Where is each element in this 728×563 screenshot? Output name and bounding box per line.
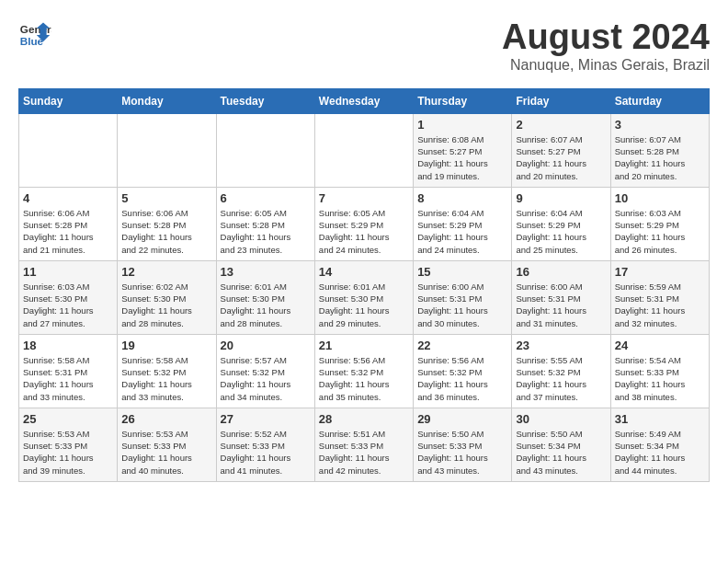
logo-icon: General Blue [18,18,51,52]
calendar-week-2: 4Sunrise: 6:06 AM Sunset: 5:28 PM Daylig… [19,187,710,260]
calendar-cell: 27Sunrise: 5:52 AM Sunset: 5:33 PM Dayli… [216,408,314,481]
day-number: 13 [221,265,311,279]
header-thursday: Thursday [414,88,512,113]
day-info: Sunrise: 5:50 AM Sunset: 5:34 PM Dayligh… [516,428,606,477]
day-number: 21 [319,339,409,352]
calendar-title: August 2024 [502,18,710,57]
page-header: General Blue August 2024 Nanuque, Minas … [18,18,710,74]
day-info: Sunrise: 6:06 AM Sunset: 5:28 PM Dayligh… [121,207,211,256]
day-info: Sunrise: 6:04 AM Sunset: 5:29 PM Dayligh… [417,207,507,256]
header-monday: Monday [118,88,216,113]
calendar-cell: 17Sunrise: 5:59 AM Sunset: 5:31 PM Dayli… [610,260,709,334]
calendar-cell [118,113,216,187]
calendar-cell [19,113,118,187]
day-number: 26 [121,412,211,426]
header-friday: Friday [512,88,610,113]
calendar-cell: 1Sunrise: 6:08 AM Sunset: 5:27 PM Daylig… [414,113,512,187]
day-info: Sunrise: 5:54 AM Sunset: 5:33 PM Dayligh… [615,354,705,403]
day-info: Sunrise: 6:02 AM Sunset: 5:30 PM Dayligh… [121,281,211,329]
day-info: Sunrise: 6:03 AM Sunset: 5:30 PM Dayligh… [23,281,113,329]
day-info: Sunrise: 6:08 AM Sunset: 5:27 PM Dayligh… [417,133,507,182]
day-info: Sunrise: 6:07 AM Sunset: 5:28 PM Dayligh… [615,133,705,182]
header-wednesday: Wednesday [314,88,413,113]
day-number: 19 [121,339,211,352]
calendar-table: SundayMondayTuesdayWednesdayThursdayFrid… [18,88,710,482]
day-number: 23 [516,339,606,352]
title-block: August 2024 Nanuque, Minas Gerais, Brazi… [502,18,710,74]
day-number: 11 [23,265,113,279]
day-number: 16 [516,265,606,279]
calendar-cell: 5Sunrise: 6:06 AM Sunset: 5:28 PM Daylig… [118,187,216,260]
day-number: 17 [615,265,705,279]
calendar-cell: 31Sunrise: 5:49 AM Sunset: 5:34 PM Dayli… [610,408,709,481]
calendar-cell: 3Sunrise: 6:07 AM Sunset: 5:28 PM Daylig… [610,113,709,187]
calendar-week-3: 11Sunrise: 6:03 AM Sunset: 5:30 PM Dayli… [19,260,710,334]
calendar-cell: 12Sunrise: 6:02 AM Sunset: 5:30 PM Dayli… [118,260,216,334]
calendar-cell: 14Sunrise: 6:01 AM Sunset: 5:30 PM Dayli… [314,260,413,334]
calendar-cell: 13Sunrise: 6:01 AM Sunset: 5:30 PM Dayli… [216,260,314,334]
calendar-cell [216,113,314,187]
logo: General Blue [18,18,55,52]
day-number: 1 [417,118,507,132]
day-number: 2 [516,118,606,132]
day-info: Sunrise: 6:01 AM Sunset: 5:30 PM Dayligh… [319,281,409,329]
day-number: 27 [221,412,311,426]
day-info: Sunrise: 5:59 AM Sunset: 5:31 PM Dayligh… [615,281,705,329]
calendar-week-5: 25Sunrise: 5:53 AM Sunset: 5:33 PM Dayli… [19,408,710,481]
calendar-cell: 26Sunrise: 5:53 AM Sunset: 5:33 PM Dayli… [118,408,216,481]
day-number: 28 [319,412,409,426]
calendar-cell: 24Sunrise: 5:54 AM Sunset: 5:33 PM Dayli… [610,334,709,408]
calendar-subtitle: Nanuque, Minas Gerais, Brazil [502,57,710,74]
day-number: 24 [615,339,705,352]
day-info: Sunrise: 6:00 AM Sunset: 5:31 PM Dayligh… [516,281,606,329]
day-number: 20 [221,339,311,352]
day-number: 5 [121,191,211,205]
calendar-cell: 30Sunrise: 5:50 AM Sunset: 5:34 PM Dayli… [512,408,610,481]
day-number: 22 [417,339,507,352]
calendar-cell: 20Sunrise: 5:57 AM Sunset: 5:32 PM Dayli… [216,334,314,408]
day-info: Sunrise: 5:53 AM Sunset: 5:33 PM Dayligh… [121,428,211,477]
calendar-cell: 18Sunrise: 5:58 AM Sunset: 5:31 PM Dayli… [19,334,118,408]
calendar-cell: 21Sunrise: 5:56 AM Sunset: 5:32 PM Dayli… [314,334,413,408]
day-number: 6 [221,191,311,205]
day-info: Sunrise: 5:57 AM Sunset: 5:32 PM Dayligh… [221,354,311,403]
day-info: Sunrise: 5:50 AM Sunset: 5:33 PM Dayligh… [417,428,507,477]
day-number: 14 [319,265,409,279]
day-info: Sunrise: 6:05 AM Sunset: 5:28 PM Dayligh… [221,207,311,256]
day-info: Sunrise: 5:56 AM Sunset: 5:32 PM Dayligh… [417,354,507,403]
day-info: Sunrise: 6:05 AM Sunset: 5:29 PM Dayligh… [319,207,409,256]
calendar-cell: 25Sunrise: 5:53 AM Sunset: 5:33 PM Dayli… [19,408,118,481]
calendar-week-1: 1Sunrise: 6:08 AM Sunset: 5:27 PM Daylig… [19,113,710,187]
day-info: Sunrise: 5:58 AM Sunset: 5:32 PM Dayligh… [121,354,211,403]
day-number: 8 [417,191,507,205]
calendar-cell: 11Sunrise: 6:03 AM Sunset: 5:30 PM Dayli… [19,260,118,334]
day-info: Sunrise: 6:06 AM Sunset: 5:28 PM Dayligh… [23,207,113,256]
day-number: 15 [417,265,507,279]
header-sunday: Sunday [19,88,118,113]
calendar-cell: 16Sunrise: 6:00 AM Sunset: 5:31 PM Dayli… [512,260,610,334]
day-number: 18 [23,339,113,352]
day-info: Sunrise: 6:04 AM Sunset: 5:29 PM Dayligh… [516,207,606,256]
calendar-cell: 8Sunrise: 6:04 AM Sunset: 5:29 PM Daylig… [414,187,512,260]
day-info: Sunrise: 5:55 AM Sunset: 5:32 PM Dayligh… [516,354,606,403]
day-number: 30 [516,412,606,426]
day-number: 10 [615,191,705,205]
calendar-cell: 19Sunrise: 5:58 AM Sunset: 5:32 PM Dayli… [118,334,216,408]
day-number: 31 [615,412,705,426]
day-info: Sunrise: 6:07 AM Sunset: 5:27 PM Dayligh… [516,133,606,182]
header-saturday: Saturday [610,88,709,113]
calendar-week-4: 18Sunrise: 5:58 AM Sunset: 5:31 PM Dayli… [19,334,710,408]
calendar-cell: 6Sunrise: 6:05 AM Sunset: 5:28 PM Daylig… [216,187,314,260]
day-number: 4 [23,191,113,205]
day-number: 9 [516,191,606,205]
calendar-cell: 9Sunrise: 6:04 AM Sunset: 5:29 PM Daylig… [512,187,610,260]
calendar-cell: 7Sunrise: 6:05 AM Sunset: 5:29 PM Daylig… [314,187,413,260]
svg-text:General: General [20,23,51,35]
day-info: Sunrise: 6:00 AM Sunset: 5:31 PM Dayligh… [417,281,507,329]
day-number: 29 [417,412,507,426]
calendar-cell [314,113,413,187]
calendar-cell: 23Sunrise: 5:55 AM Sunset: 5:32 PM Dayli… [512,334,610,408]
day-info: Sunrise: 5:51 AM Sunset: 5:33 PM Dayligh… [319,428,409,477]
calendar-cell: 4Sunrise: 6:06 AM Sunset: 5:28 PM Daylig… [19,187,118,260]
day-info: Sunrise: 5:49 AM Sunset: 5:34 PM Dayligh… [615,428,705,477]
